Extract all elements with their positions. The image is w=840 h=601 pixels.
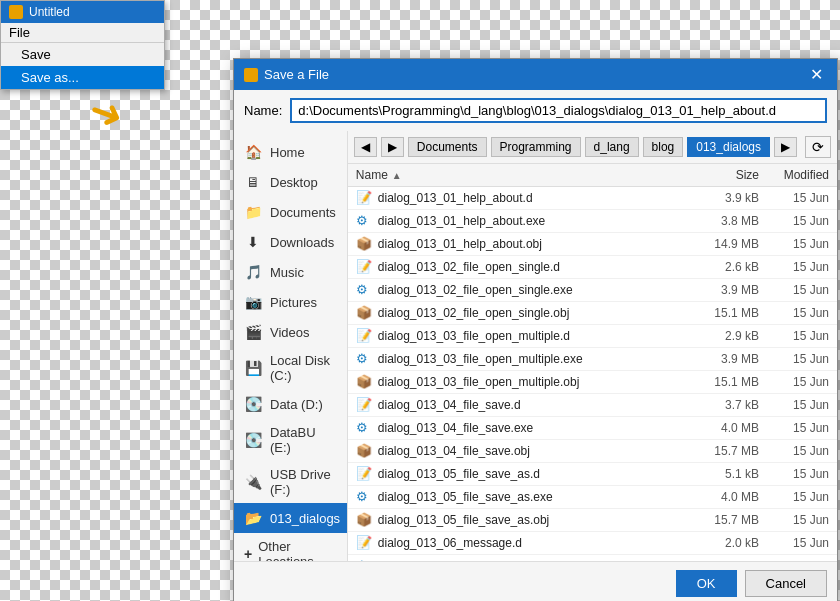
sidebar-item-home[interactable]: 🏠 Home — [234, 137, 347, 167]
file-row[interactable]: ⚙ dialog_013_02_file_open_single.exe 3.9… — [348, 279, 837, 302]
breadcrumb-013_dialogs[interactable]: 013_dialogs — [687, 137, 770, 157]
col-sort-icon: ▲ — [392, 170, 402, 181]
name-label: Name: — [244, 103, 282, 118]
file-row[interactable]: 📦 dialog_013_03_file_open_multiple.obj 1… — [348, 371, 837, 394]
sidebar-item-label: DataBU (E:) — [270, 425, 337, 455]
file-size: 2.0 kB — [689, 536, 759, 550]
menu-bar[interactable]: File — [1, 23, 164, 43]
ok-button[interactable]: OK — [676, 570, 737, 597]
file-row[interactable]: 📝 dialog_013_03_file_open_multiple.d 2.9… — [348, 325, 837, 348]
file-type-icon: ⚙ — [356, 282, 372, 298]
other-locations-label: Other Locations — [258, 539, 337, 561]
file-modified: 15 Jun — [759, 513, 829, 527]
nav-more-button[interactable]: ▶ — [774, 137, 797, 157]
menu-bar-file[interactable]: File — [1, 23, 38, 42]
file-modified: 15 Jun — [759, 237, 829, 251]
sidebar-item-013_dialogs[interactable]: 📂 013_dialogs — [234, 503, 347, 533]
col-modified-header[interactable]: Modified — [759, 168, 829, 182]
nav-forward-button[interactable]: ▶ — [381, 137, 404, 157]
file-row[interactable]: 📝 dialog_013_04_file_save.d 3.7 kB 15 Ju… — [348, 394, 837, 417]
sidebar-item-label: Documents — [270, 205, 336, 220]
file-row[interactable]: 📝 dialog_013_06_message.d 2.0 kB 15 Jun — [348, 532, 837, 555]
sidebar-icon: 🎬 — [244, 323, 262, 341]
file-name: dialog_013_02_file_open_single.exe — [378, 283, 689, 297]
plus-icon: + — [244, 546, 252, 561]
file-type-icon: ⚙ — [356, 351, 372, 367]
file-modified: 15 Jun — [759, 329, 829, 343]
file-modified: 15 Jun — [759, 398, 829, 412]
file-size: 14.9 MB — [689, 237, 759, 251]
file-row[interactable]: 📦 dialog_013_05_file_save_as.obj 15.7 MB… — [348, 509, 837, 532]
sidebar-item-desktop[interactable]: 🖥 Desktop — [234, 167, 347, 197]
sidebar-icon: ⬇ — [244, 233, 262, 251]
file-row[interactable]: 📦 dialog_013_02_file_open_single.obj 15.… — [348, 302, 837, 325]
sidebar-item-videos[interactable]: 🎬 Videos — [234, 317, 347, 347]
file-type-icon: 📝 — [356, 535, 372, 551]
file-size: 15.7 MB — [689, 513, 759, 527]
file-row[interactable]: 📝 dialog_013_02_file_open_single.d 2.6 k… — [348, 256, 837, 279]
sidebar-item-local_disk_(c:)[interactable]: 💾 Local Disk (C:) — [234, 347, 347, 389]
file-type-icon: 📝 — [356, 328, 372, 344]
menu-item-save[interactable]: Save — [1, 43, 164, 66]
file-row[interactable]: 📦 dialog_013_01_help_about.obj 14.9 MB 1… — [348, 233, 837, 256]
sidebar-icon: 🎵 — [244, 263, 262, 281]
sidebar-icon: 🏠 — [244, 143, 262, 161]
breadcrumb-d_lang[interactable]: d_lang — [585, 137, 639, 157]
breadcrumb-documents[interactable]: Documents — [408, 137, 487, 157]
file-size: 2.9 kB — [689, 329, 759, 343]
file-name: dialog_013_03_file_open_multiple.d — [378, 329, 689, 343]
menu-item-save-as[interactable]: Save as... — [1, 66, 164, 89]
col-name-header[interactable]: Name ▲ — [356, 168, 689, 182]
sidebar-item-databu_(e:)[interactable]: 💽 DataBU (E:) — [234, 419, 347, 461]
file-modified: 15 Jun — [759, 352, 829, 366]
file-type-icon: ⚙ — [356, 420, 372, 436]
sidebar-item-downloads[interactable]: ⬇ Downloads — [234, 227, 347, 257]
file-modified: 15 Jun — [759, 559, 829, 561]
breadcrumb-programming[interactable]: Programming — [491, 137, 581, 157]
dialog-footer: OK Cancel — [234, 561, 837, 601]
file-row[interactable]: ⚙ dialog_013_05_file_save_as.exe 4.0 MB … — [348, 486, 837, 509]
breadcrumb-blog[interactable]: blog — [643, 137, 684, 157]
file-type-icon: ⚙ — [356, 489, 372, 505]
sidebar-item-usb_drive_(f:)[interactable]: 🔌 USB Drive (F:) — [234, 461, 347, 503]
file-name: dialog_013_01_help_about.d — [378, 191, 689, 205]
file-row[interactable]: ⚙ dialog_013_04_file_save.exe 4.0 MB 15 … — [348, 417, 837, 440]
file-type-icon: ⚙ — [356, 213, 372, 229]
file-row[interactable]: 📝 dialog_013_05_file_save_as.d 5.1 kB 15… — [348, 463, 837, 486]
sidebar-item-label: Data (D:) — [270, 397, 323, 412]
file-name: dialog_013_03_file_open_multiple.exe — [378, 352, 689, 366]
dialog-close-button[interactable]: ✕ — [806, 65, 827, 84]
file-modified: 15 Jun — [759, 536, 829, 550]
file-row[interactable]: 📦 dialog_013_04_file_save.obj 15.7 MB 15… — [348, 440, 837, 463]
file-row[interactable]: ⚙ dialog_013_03_file_open_multiple.exe 3… — [348, 348, 837, 371]
save-dialog: Save a File ✕ Name: 🏠 Home 🖥 Desktop 📁 D… — [233, 58, 838, 601]
nav-back-button[interactable]: ◀ — [354, 137, 377, 157]
file-modified: 15 Jun — [759, 421, 829, 435]
file-name: dialog_013_05_file_save_as.exe — [378, 490, 689, 504]
col-size-header[interactable]: Size — [689, 168, 759, 182]
file-size: 3.7 kB — [689, 398, 759, 412]
file-row[interactable]: ⚙ dialog_013_01_help_about.exe 3.8 MB 15… — [348, 210, 837, 233]
sidebar-item-documents[interactable]: 📁 Documents — [234, 197, 347, 227]
sidebar-item-pictures[interactable]: 📷 Pictures — [234, 287, 347, 317]
sidebar-item-label: Pictures — [270, 295, 317, 310]
menu-window: Untitled File Save Save as... — [0, 0, 165, 90]
file-row[interactable]: ⚙ dialog_013_06_message.exe 3.8 MB 15 Ju… — [348, 555, 837, 561]
file-name: dialog_013_04_file_save.obj — [378, 444, 689, 458]
file-size: 5.1 kB — [689, 467, 759, 481]
sidebar-item-music[interactable]: 🎵 Music — [234, 257, 347, 287]
col-name-label: Name — [356, 168, 388, 182]
file-type-icon: 📦 — [356, 512, 372, 528]
sidebar-item-label: USB Drive (F:) — [270, 467, 337, 497]
file-name: dialog_013_01_help_about.obj — [378, 237, 689, 251]
sidebar-item-data_(d:)[interactable]: 💽 Data (D:) — [234, 389, 347, 419]
file-name: dialog_013_04_file_save.exe — [378, 421, 689, 435]
file-type-icon: 📦 — [356, 374, 372, 390]
file-row[interactable]: 📝 dialog_013_01_help_about.d 3.9 kB 15 J… — [348, 187, 837, 210]
sidebar-other-locations[interactable]: + Other Locations — [234, 533, 347, 561]
cancel-button[interactable]: Cancel — [745, 570, 827, 597]
nav-refresh-button[interactable]: ⟳ — [805, 136, 831, 158]
dialog-title: Save a File — [264, 67, 329, 82]
name-input[interactable] — [290, 98, 827, 123]
file-list-header: Name ▲ Size Modified — [348, 164, 837, 187]
